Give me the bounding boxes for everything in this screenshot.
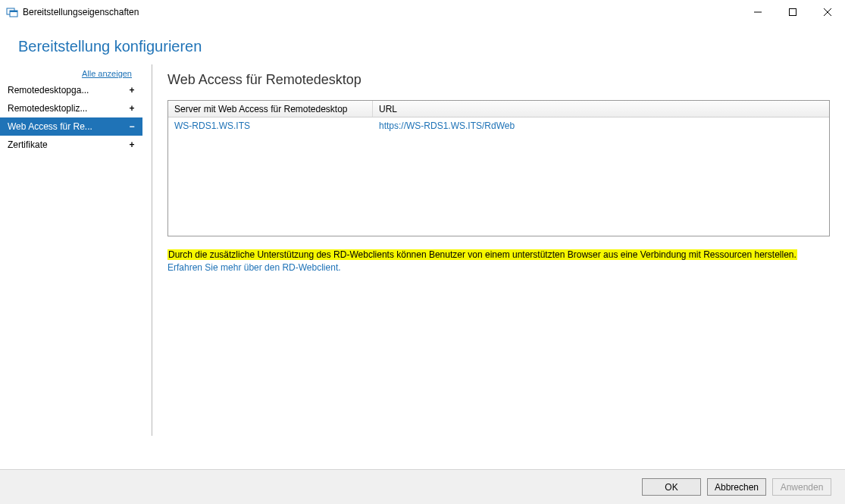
svg-rect-2 [10, 11, 17, 12]
titlebar: Bereitstellungseigenschaften [0, 0, 845, 24]
learn-more-link[interactable]: Erfahren Sie mehr über den RD-Webclient. [167, 262, 341, 273]
sidebar: Alle anzeigen Remotedesktopga... + Remot… [0, 64, 142, 469]
window-title: Bereitstellungseigenschaften [23, 7, 139, 17]
maximize-button[interactable] [775, 0, 810, 24]
svg-rect-4 [790, 9, 796, 16]
collapse-icon[interactable]: − [126, 121, 138, 132]
expand-icon[interactable]: + [126, 139, 138, 150]
url-link[interactable]: https://WS-RDS1.WS.ITS/RdWeb [379, 121, 515, 131]
body: Alle anzeigen Remotedesktopga... + Remot… [0, 64, 845, 469]
cell-server: WS-RDS1.WS.ITS [168, 117, 373, 134]
close-button[interactable] [810, 0, 845, 24]
sidebar-item-certificates[interactable]: Zertifikate + [0, 136, 142, 154]
cell-url: https://WS-RDS1.WS.ITS/RdWeb [373, 117, 829, 134]
column-header-url[interactable]: URL [373, 101, 829, 117]
section-heading: Web Access für Remotedesktop [167, 72, 830, 88]
vertical-divider [152, 64, 152, 436]
ok-button[interactable]: OK [642, 478, 701, 496]
apply-button[interactable]: Anwenden [772, 478, 831, 496]
table-row[interactable]: WS-RDS1.WS.ITS https://WS-RDS1.WS.ITS/Rd… [168, 117, 829, 134]
sidebar-item-label: Remotedesktopliz... [8, 103, 126, 114]
dialog-footer: OK Abbrechen Anwenden [0, 469, 845, 504]
table-header: Server mit Web Access für Remotedesktop … [168, 101, 829, 117]
expand-icon[interactable]: + [126, 85, 138, 95]
sidebar-item-label: Web Access für Re... [8, 121, 126, 132]
sidebar-item-label: Remotedesktopga... [8, 85, 126, 95]
cancel-button[interactable]: Abbrechen [707, 478, 766, 496]
sidebar-item-web-access[interactable]: Web Access für Re... − [0, 117, 142, 136]
page-header: Bereitstellung konfigurieren [0, 24, 845, 64]
info-text: Durch die zusätzliche Unterstützung des … [167, 249, 797, 260]
app-icon [6, 6, 18, 18]
window-controls [740, 0, 845, 24]
minimize-button[interactable] [740, 0, 775, 24]
info-block: Durch die zusätzliche Unterstützung des … [167, 249, 830, 275]
main-panel: Web Access für Remotedesktop Server mit … [167, 64, 836, 469]
column-header-server[interactable]: Server mit Web Access für Remotedesktop [168, 101, 373, 117]
sidebar-item-rd-licensing[interactable]: Remotedesktopliz... + [0, 99, 142, 117]
sidebar-item-label: Zertifikate [8, 139, 126, 150]
show-all-link[interactable]: Alle anzeigen [0, 67, 142, 81]
sidebar-item-rd-gateway[interactable]: Remotedesktopga... + [0, 81, 142, 99]
page-title: Bereitstellung konfigurieren [18, 38, 827, 55]
expand-icon[interactable]: + [126, 103, 138, 114]
server-table: Server mit Web Access für Remotedesktop … [167, 100, 830, 236]
